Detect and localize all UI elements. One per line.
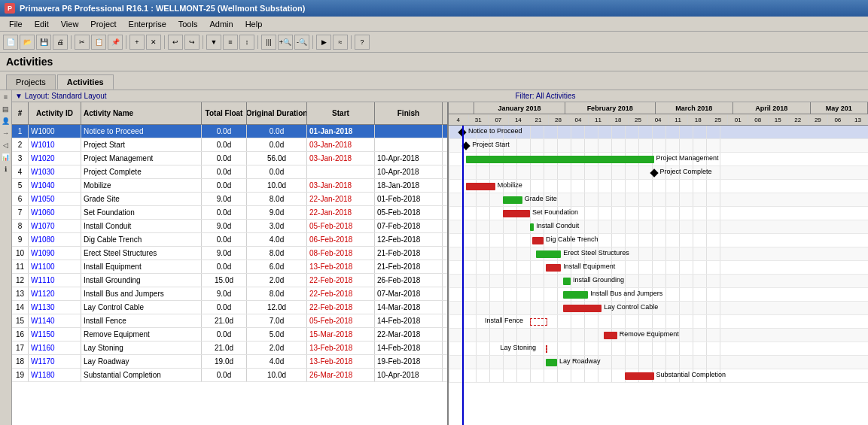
table-row[interactable]: 7W1060Set Foundation0.0d9.0d22-Jan-20180…	[12, 206, 447, 220]
icon-logic[interactable]: →	[1, 128, 11, 138]
menu-view[interactable]: View	[55, 19, 85, 29]
gantt-row[interactable]: Mobilize	[449, 180, 868, 193]
gantt-row[interactable]: Dig Cable Trench	[449, 234, 868, 247]
tb-new[interactable]: 📄	[3, 35, 18, 50]
icon-collapse[interactable]: ◁	[1, 140, 11, 150]
table-row[interactable]: 16W1150Remove Equipment0.0d5.0d15-Mar-20…	[12, 328, 447, 342]
tb-redo[interactable]: ↪	[184, 35, 199, 50]
tb-copy[interactable]: 📋	[91, 35, 106, 50]
table-row[interactable]: 18W1170Lay Roadway19.0d4.0d13-Feb-201819…	[12, 355, 447, 369]
gantt-row[interactable]: Install Equipment	[449, 261, 868, 275]
gantt-row[interactable]: Project Complete	[449, 166, 868, 180]
day-col: 14	[509, 114, 529, 125]
menu-enterprise[interactable]: Enterprise	[123, 19, 172, 29]
gantt-row[interactable]: Erect Steel Structures	[449, 247, 868, 261]
tb-level[interactable]: ≈	[333, 35, 348, 50]
tb-open[interactable]: 📂	[20, 35, 35, 50]
gantt-row[interactable]: Grade Site	[449, 193, 868, 207]
tb-zoom-in[interactable]: +🔍	[278, 35, 293, 50]
day-col: 22	[788, 114, 809, 125]
table-row[interactable]: 6W1050Grade Site9.0d8.0d22-Jan-201801-Fe…	[12, 193, 447, 206]
tb-cut[interactable]: ✂	[75, 35, 90, 50]
table-row[interactable]: 8W1070Install Conduit9.0d3.0d05-Feb-2018…	[12, 220, 447, 233]
grid-cell: 03-Jan-2018	[307, 152, 375, 165]
table-row[interactable]: 9W1080Dig Cable Trench0.0d4.0d06-Feb-201…	[12, 233, 447, 247]
grid-cell: 4.0d	[247, 233, 307, 246]
gantt-bar	[563, 305, 602, 312]
gantt-bar	[563, 278, 571, 285]
grid-cell: W1010	[29, 138, 81, 151]
table-row[interactable]: 15W1140Install Fence21.0d7.0d05-Feb-2018…	[12, 314, 447, 328]
tb-save[interactable]: 💾	[36, 35, 51, 50]
gantt-row[interactable]: Lay Control Cable	[449, 302, 868, 315]
grid-cell: Grade Site	[81, 193, 202, 205]
icon-gantt[interactable]: 📊	[1, 152, 11, 162]
gantt-row[interactable]: Project Management	[449, 153, 868, 166]
table-row[interactable]: 4W1030Project Complete0.0d0.0d10-Apr-201…	[12, 165, 447, 179]
gantt-row[interactable]: Install Bus and Jumpers	[449, 288, 868, 302]
table-row[interactable]: 10W1090Erect Steel Structures9.0d8.0d08-…	[12, 247, 447, 260]
grid-cell: W1000	[29, 125, 81, 138]
table-row[interactable]: 12W1110Install Grounding15.0d2.0d22-Feb-…	[12, 274, 447, 287]
grid-cell: 03-Jan-2018	[307, 179, 375, 192]
grid-cell: 15-Mar-2018	[307, 328, 375, 341]
table-row[interactable]: 19W1180Substantial Completion0.0d10.0d26…	[12, 369, 447, 382]
table-row[interactable]: 5W1040Mobilize0.0d10.0d03-Jan-201818-Jan…	[12, 179, 447, 193]
day-col: 11	[589, 114, 609, 125]
gantt-row[interactable]: Project Start	[449, 139, 868, 153]
gantt-row[interactable]: Lay Stoning	[449, 342, 868, 356]
grid-cell: W1050	[29, 193, 81, 205]
grid-cell: 6	[12, 193, 29, 205]
gantt-label: Substantial Completion	[656, 371, 726, 378]
menu-tools[interactable]: Tools	[172, 19, 204, 29]
menu-project[interactable]: Project	[84, 19, 122, 29]
icon-details[interactable]: ℹ	[1, 164, 11, 175]
table-row[interactable]: 2W1010Project Start0.0d0.0d03-Jan-2018	[12, 138, 447, 152]
tb-schedule[interactable]: ▶	[316, 35, 331, 50]
menu-help[interactable]: Help	[239, 19, 269, 29]
day-col: 25	[629, 114, 649, 125]
table-row[interactable]: 17W1160Lay Stoning21.0d2.0d13-Feb-201814…	[12, 342, 447, 355]
table-row[interactable]: 11W1100Install Equipment0.0d6.0d13-Feb-2…	[12, 260, 447, 274]
tb-zoom-out[interactable]: -🔍	[294, 35, 309, 50]
grid-cell: 0.0d	[202, 206, 247, 219]
tb-undo[interactable]: ↩	[168, 35, 183, 50]
grid-cell: 13-Feb-2018	[307, 342, 375, 354]
day-col: 01	[728, 114, 748, 125]
table-row[interactable]: 14W1130Lay Control Cable0.0d12.0d22-Feb-…	[12, 301, 447, 314]
col-actname: Activity Name	[81, 102, 202, 124]
icon-wbs[interactable]: ▤	[1, 104, 11, 114]
tab-activities[interactable]: Activities	[57, 74, 114, 90]
icon-activities[interactable]: ≡	[1, 92, 11, 102]
grid-cell: 0.0d	[202, 260, 247, 273]
tb-sort[interactable]: ↕	[239, 35, 254, 50]
gantt-row[interactable]: Substantial Completion	[449, 369, 868, 383]
grid-cell: 18	[12, 355, 29, 368]
tb-delete[interactable]: ✕	[146, 35, 161, 50]
gantt-row[interactable]: Install Fence	[449, 315, 868, 329]
grid-cell: Erect Steel Structures	[81, 247, 202, 260]
gantt-row[interactable]: Remove Equipment	[449, 329, 868, 342]
tb-add[interactable]: +	[129, 35, 145, 50]
tb-filter[interactable]: ▼	[206, 35, 221, 50]
gantt-row[interactable]: Notice to Proceed	[449, 126, 868, 139]
gantt-row[interactable]: Lay Roadway	[449, 356, 868, 369]
menu-edit[interactable]: Edit	[29, 19, 55, 29]
tb-help[interactable]: ?	[355, 35, 370, 50]
gantt-row[interactable]: Set Foundation	[449, 207, 868, 220]
tb-print[interactable]: 🖨	[53, 35, 68, 50]
gantt-row[interactable]: Install Conduit	[449, 220, 868, 234]
gantt-row[interactable]: Install Grounding	[449, 275, 868, 288]
icon-resources[interactable]: 👤	[1, 116, 11, 126]
grid-cell: W1100	[29, 260, 81, 273]
table-row[interactable]: 13W1120Install Bus and Jumpers9.0d8.0d22…	[12, 287, 447, 301]
menu-file[interactable]: File	[3, 19, 29, 29]
grid-cell: Project Start	[81, 138, 202, 151]
table-row[interactable]: 3W1020Project Management0.0d56.0d03-Jan-…	[12, 152, 447, 165]
table-row[interactable]: 1W1000Notice to Proceed0.0d0.0d01-Jan-20…	[12, 125, 447, 138]
tb-paste[interactable]: 📌	[108, 35, 123, 50]
tab-projects[interactable]: Projects	[6, 74, 56, 90]
tb-group[interactable]: ≡	[223, 35, 238, 50]
menu-admin[interactable]: Admin	[203, 19, 239, 29]
tb-columns[interactable]: |||	[261, 35, 276, 50]
